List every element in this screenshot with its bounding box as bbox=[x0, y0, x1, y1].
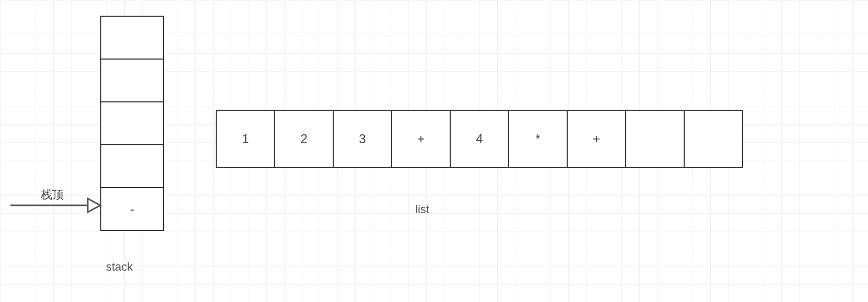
list-cell bbox=[685, 111, 743, 167]
stack-label: stack bbox=[106, 260, 133, 274]
list-cell: 1 bbox=[217, 111, 275, 167]
diagram-canvas: - stack 栈顶 1 2 3 + 4 * + list bbox=[0, 0, 868, 302]
stack-cell bbox=[101, 102, 163, 145]
list-cell: 3 bbox=[334, 111, 392, 167]
list-container: 1 2 3 + 4 * + bbox=[216, 110, 743, 168]
list-cell: 2 bbox=[275, 111, 334, 167]
stack-cell bbox=[101, 60, 163, 102]
list-cell: + bbox=[568, 111, 626, 167]
stack-cell bbox=[101, 145, 163, 188]
stack-container: - bbox=[100, 16, 164, 231]
list-cell bbox=[626, 111, 685, 167]
list-cell: * bbox=[509, 111, 568, 167]
list-label: list bbox=[415, 203, 429, 216]
list-cell: 4 bbox=[451, 111, 509, 167]
stack-top-pointer-label: 栈顶 bbox=[41, 187, 64, 203]
stack-cell bbox=[101, 17, 163, 60]
svg-marker-1 bbox=[88, 199, 100, 212]
list-cell: + bbox=[392, 111, 451, 167]
stack-top-pointer: 栈顶 bbox=[9, 188, 103, 219]
stack-cell: - bbox=[101, 188, 163, 231]
